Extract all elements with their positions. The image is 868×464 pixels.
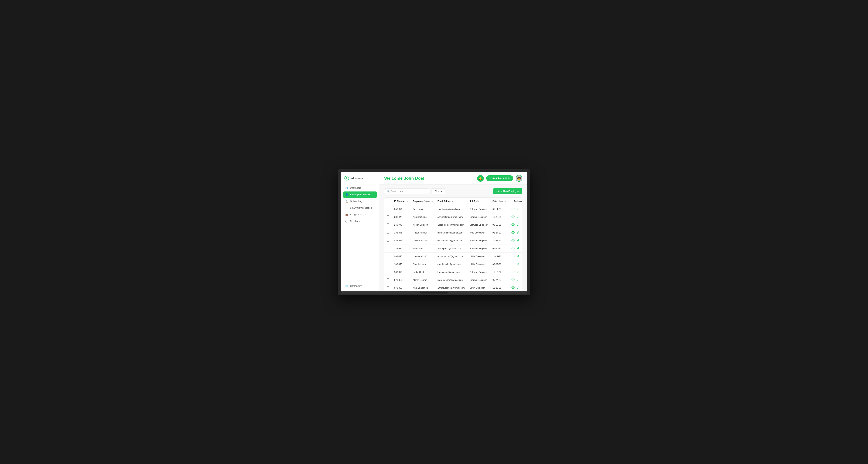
select-all-header <box>384 198 392 205</box>
delete-button-2[interactable] <box>522 223 522 227</box>
svg-point-28 <box>513 256 513 256</box>
avatar[interactable]: 🧑 <box>516 175 522 182</box>
edit-button-8[interactable] <box>517 270 520 274</box>
delete-button-6[interactable] <box>522 255 522 258</box>
cell-role-2: Software Engineer <box>467 221 490 229</box>
row-checkbox-9[interactable] <box>387 278 389 281</box>
row-checkbox-2[interactable] <box>387 223 389 226</box>
svg-point-1 <box>346 178 347 178</box>
notification-button[interactable]: 🔔 <box>477 175 484 182</box>
table-row: 983-975 Kadin Geidt kadin.geidt@gmail.co… <box>384 268 522 276</box>
row-checkbox-cell <box>384 284 392 291</box>
delete-button-1[interactable] <box>522 215 522 219</box>
col-role-label: Job Role <box>470 200 479 202</box>
content-area: 🔍 Filter ▾ + Add New Employee <box>379 185 527 291</box>
cell-date-0: 01-11-23 <box>490 205 509 213</box>
row-checkbox-10[interactable] <box>387 286 389 289</box>
pencil-icon-7 <box>517 263 520 266</box>
view-button-4[interactable] <box>511 239 515 242</box>
employee-table-container: ID Number ⇅ Employee Name ⇅ <box>384 197 522 291</box>
add-new-employee-button[interactable]: + Add New Employee <box>493 188 522 194</box>
edit-button-2[interactable] <box>517 223 520 227</box>
row-checkbox-7[interactable] <box>387 263 389 265</box>
table-header: ID Number ⇅ Employee Name ⇅ <box>384 198 522 205</box>
row-checkbox-4[interactable] <box>387 239 389 241</box>
sidebar-item-assets[interactable]: 💼 Assigned Assets <box>343 211 377 218</box>
edit-button-4[interactable] <box>517 239 520 242</box>
col-date-hired[interactable]: Date Hired ⇅ <box>490 198 509 205</box>
cell-actions-9 <box>509 276 522 284</box>
view-button-10[interactable] <box>511 286 515 290</box>
view-button-2[interactable] <box>511 223 515 227</box>
avatar-image: 🧑 <box>517 176 521 180</box>
delete-button-3[interactable] <box>522 231 522 235</box>
col-id-number[interactable]: ID Number ⇅ <box>392 198 410 205</box>
delete-button-8[interactable] <box>522 270 522 274</box>
edit-button-3[interactable] <box>517 231 520 235</box>
view-button-7[interactable] <box>511 262 515 266</box>
delete-button-5[interactable] <box>522 246 522 251</box>
view-button-5[interactable] <box>511 246 515 251</box>
cell-role-0: Software Engineer <box>467 205 490 213</box>
row-checkbox-8[interactable] <box>387 271 389 273</box>
edit-button-5[interactable] <box>517 246 520 250</box>
header-actions: 🔔 ↻ Switch to Admin 🧑 <box>477 175 522 182</box>
view-button-6[interactable] <box>511 255 515 258</box>
row-checkbox-5[interactable] <box>387 247 389 250</box>
nav-items: 📊 Dashboard 👤 Employees Record 📋 Onboard… <box>341 185 379 224</box>
cell-role-10: UI/UX Designer <box>467 284 490 291</box>
row-checkbox-cell <box>384 221 392 229</box>
cell-name-8: Kadin Geidt <box>410 268 435 276</box>
delete-button-10[interactable] <box>522 286 522 290</box>
delete-button-4[interactable] <box>522 239 522 242</box>
switch-to-admin-button[interactable]: ↻ Switch to Admin <box>486 175 513 181</box>
sidebar-item-salary[interactable]: 🕐 Salary Compensation <box>343 205 377 211</box>
cell-role-1: Graphic Designer <box>467 213 490 221</box>
sidebar: Infocareer 📊 Dashboard 👤 Employees Recor… <box>341 172 379 291</box>
cell-id-8: 983-975 <box>392 268 410 276</box>
row-checkbox-cell <box>384 237 392 244</box>
row-checkbox-3[interactable] <box>387 231 389 234</box>
edit-button-6[interactable] <box>517 255 520 258</box>
cell-actions-1 <box>509 213 522 221</box>
delete-button-9[interactable] <box>522 278 522 282</box>
search-input[interactable] <box>391 190 427 193</box>
cell-date-2: 06-10-21 <box>490 221 509 229</box>
cell-name-0: Zain Kenter <box>410 205 435 213</box>
row-checkbox-0[interactable] <box>387 207 389 210</box>
delete-button-0[interactable] <box>522 207 522 211</box>
svg-point-16 <box>513 232 513 232</box>
row-checkbox-1[interactable] <box>387 216 389 218</box>
col-id-label: ID Number <box>394 200 405 202</box>
filter-button[interactable]: Filter ▾ <box>432 188 445 194</box>
table-row: 231-444 Ann Septimus ann.septimus@gmail.… <box>384 213 522 221</box>
view-button-9[interactable] <box>511 278 515 282</box>
onboarding-icon: 📋 <box>345 200 348 203</box>
row-checkbox-cell <box>384 213 392 221</box>
eye-icon-5 <box>512 247 515 250</box>
col-employee-name[interactable]: Employee Name ⇅ <box>410 198 435 205</box>
sidebar-item-community[interactable]: 🌐 Community <box>343 283 377 289</box>
sidebar-item-onboarding[interactable]: 📋 Onboarding <box>343 198 377 204</box>
edit-button-1[interactable] <box>517 215 520 219</box>
select-all-checkbox[interactable] <box>387 200 389 202</box>
delete-button-7[interactable] <box>522 262 522 266</box>
sort-id-icon: ⇅ <box>407 200 408 202</box>
sidebar-item-employees-record[interactable]: 👤 Employees Record <box>343 192 377 198</box>
sidebar-item-dashboard[interactable]: 📊 Dashboard <box>343 185 377 191</box>
chevron-down-icon: ▾ <box>441 190 442 193</box>
view-button-0[interactable] <box>511 207 515 211</box>
cell-id-1: 231-444 <box>392 213 410 221</box>
view-button-3[interactable] <box>511 231 515 235</box>
sidebar-item-feedbacks[interactable]: 💬 Feedbacks <box>343 218 377 224</box>
edit-button-7[interactable] <box>517 262 520 266</box>
edit-button-10[interactable] <box>517 286 520 290</box>
edit-button-9[interactable] <box>517 278 520 282</box>
view-button-8[interactable] <box>511 270 515 274</box>
svg-point-40 <box>513 279 513 280</box>
table-row: 073-083 Maren George maren.george@gmail.… <box>384 276 522 284</box>
edit-button-0[interactable] <box>517 207 520 211</box>
cell-date-4: 11-23-21 <box>490 237 509 244</box>
row-checkbox-6[interactable] <box>387 255 389 257</box>
view-button-1[interactable] <box>511 215 515 219</box>
